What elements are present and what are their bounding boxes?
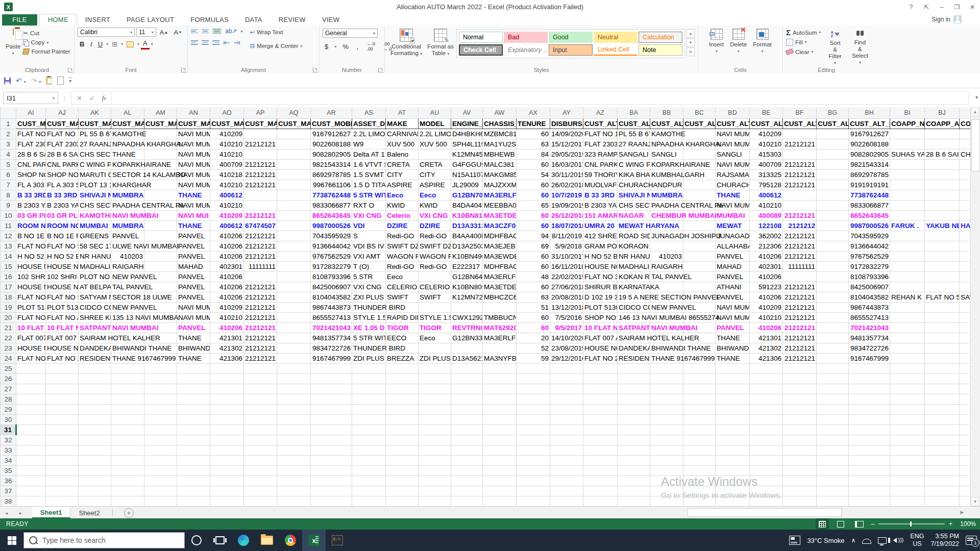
name-box[interactable]: I31▾ [3, 92, 58, 104]
cell-AX29[interactable] [517, 404, 550, 414]
cell-AR30[interactable] [311, 414, 352, 424]
cell-AP35[interactable] [244, 465, 277, 475]
cell-AZ31[interactable] [583, 424, 618, 435]
cell-AQ22[interactable] [277, 333, 311, 343]
column-header-AK[interactable]: AK [79, 107, 111, 118]
cell-AJ9[interactable]: B 2303 YA [46, 200, 79, 210]
cell-BG34[interactable] [817, 455, 849, 465]
cell-AX18[interactable]: 63 [517, 292, 550, 302]
cell-AK5[interactable]: C WING PI [79, 159, 111, 169]
cell-BE3[interactable]: 410210 [750, 139, 783, 149]
cell-BD7[interactable]: CHURACH [716, 180, 750, 190]
cell-AI30[interactable] [16, 414, 46, 424]
cell-AO20[interactable]: 410210 [210, 312, 244, 322]
cell-AI19[interactable]: PLOT 5130 [16, 302, 46, 312]
cell-BA9[interactable]: CHS SECT [618, 200, 650, 210]
cell-BC29[interactable] [683, 404, 716, 414]
cell-AK10[interactable]: KAMOTHE [79, 210, 111, 220]
cell-AK18[interactable]: SATYAM N [79, 292, 111, 302]
cell-AY34[interactable] [550, 455, 583, 465]
number-dialog-launcher[interactable] [378, 67, 383, 72]
cell-AQ31[interactable] [277, 424, 311, 435]
cell-AR1[interactable]: CUST_MOBIL [311, 118, 352, 129]
cell-BD20[interactable]: NAVI MUM [716, 312, 750, 322]
cell-BI7[interactable] [890, 180, 925, 190]
cell-BH1[interactable]: CUST_ALT_M [849, 118, 890, 129]
cell-AP30[interactable] [244, 414, 277, 424]
cell-BB12[interactable]: JUNAGADH JOSHIPU [650, 231, 683, 241]
cell-AS20[interactable]: STYLE 1.5 [352, 312, 386, 322]
cell-BG25[interactable] [817, 363, 849, 373]
cell-BE38[interactable] [750, 496, 783, 506]
row-header-30[interactable]: 30 [1, 414, 16, 424]
cell-AP20[interactable]: 21212121 [244, 312, 277, 322]
cell-BK8[interactable] [960, 190, 971, 200]
cell-AK34[interactable] [79, 455, 111, 465]
cell-AV19[interactable] [451, 302, 483, 312]
cell-AS34[interactable] [352, 455, 386, 465]
cell-AX11[interactable]: 60 [517, 220, 550, 231]
cell-AQ5[interactable] [277, 159, 311, 169]
cell-BD27[interactable] [716, 384, 750, 394]
cell-BG28[interactable] [817, 394, 849, 404]
clear-button[interactable]: Clear▾ [786, 47, 821, 57]
cell-AY12[interactable]: 8/11/2019 [550, 231, 583, 241]
cell-BJ13[interactable] [925, 241, 960, 251]
font-size-select[interactable]: 11▾ [136, 28, 156, 37]
scroll-up-icon[interactable]: ▲ [971, 107, 979, 116]
cell-AU18[interactable]: SWIFT [419, 292, 451, 302]
cell-AL30[interactable] [111, 414, 144, 424]
cell-AI10[interactable]: 03 GR PLO [16, 210, 46, 220]
cell-AZ23[interactable]: HOUSE NO [583, 343, 618, 353]
cell-BI37[interactable] [890, 486, 925, 496]
cell-AP9[interactable] [244, 200, 277, 210]
cell-AQ34[interactable] [277, 455, 311, 465]
cell-AZ26[interactable] [583, 373, 618, 384]
cell-AM1[interactable]: CUST_MA [144, 118, 177, 129]
news-weather-icon[interactable] [789, 536, 800, 545]
cell-AU19[interactable] [419, 302, 451, 312]
cell-AS28[interactable] [352, 394, 386, 404]
cell-AK15[interactable]: MADHALI [79, 261, 111, 271]
cell-AZ35[interactable] [583, 465, 618, 475]
cell-AI14[interactable]: H NO 52 B [16, 251, 46, 261]
cell-BH28[interactable] [849, 394, 890, 404]
row-header-7[interactable]: 7 [1, 180, 16, 190]
cell-AY8[interactable]: 10/7/2019 [550, 190, 583, 200]
cell-AS33[interactable] [352, 445, 386, 455]
cell-AU7[interactable]: ASPIRE [419, 180, 451, 190]
cell-BI6[interactable] [890, 169, 925, 180]
cell-AY26[interactable] [550, 373, 583, 384]
cell-AQ9[interactable] [277, 200, 311, 210]
cell-BH17[interactable]: 8425006907 [849, 282, 890, 292]
cell-BB37[interactable] [650, 486, 683, 496]
cell-AZ15[interactable]: HOUSE NO [583, 261, 618, 271]
row-header-34[interactable]: 34 [1, 455, 16, 465]
cell-BI36[interactable] [890, 475, 925, 486]
page-break-view-icon[interactable] [852, 518, 866, 530]
cell-AP14[interactable]: 21212121 [244, 251, 277, 261]
cell-AJ10[interactable]: 03 GR PLO [46, 210, 79, 220]
cell-AT26[interactable] [386, 373, 419, 384]
cell-AX4[interactable]: 84 [517, 149, 550, 159]
cell-AJ22[interactable]: FLAT 007 A [46, 333, 79, 343]
cell-BJ23[interactable] [925, 343, 960, 353]
cell-BE30[interactable] [750, 414, 783, 424]
cell-AU14[interactable]: WAGON R [419, 251, 451, 261]
hidden-icons-chevron-icon[interactable]: ∧ [851, 537, 856, 544]
cell-AJ14[interactable]: H NO 52 B [46, 251, 79, 261]
cell-AW14[interactable]: MA3EWDE [483, 251, 517, 261]
cell-BB16[interactable]: TAL PANVEL [650, 271, 683, 282]
cell-AX30[interactable] [517, 414, 550, 424]
cell-AU11[interactable]: DZIRE [419, 220, 451, 231]
cell-AQ15[interactable] [277, 261, 311, 271]
cell-AJ15[interactable]: HOUSE NO [46, 261, 79, 271]
cell-BG15[interactable] [817, 261, 849, 271]
cell-BC11[interactable] [683, 220, 716, 231]
cell-AV36[interactable] [451, 475, 483, 486]
cell-BD31[interactable] [716, 424, 750, 435]
cell-BF27[interactable] [783, 384, 817, 394]
cell-AZ36[interactable] [583, 475, 618, 486]
cell-BB26[interactable] [650, 373, 683, 384]
cell-BK22[interactable] [960, 333, 971, 343]
